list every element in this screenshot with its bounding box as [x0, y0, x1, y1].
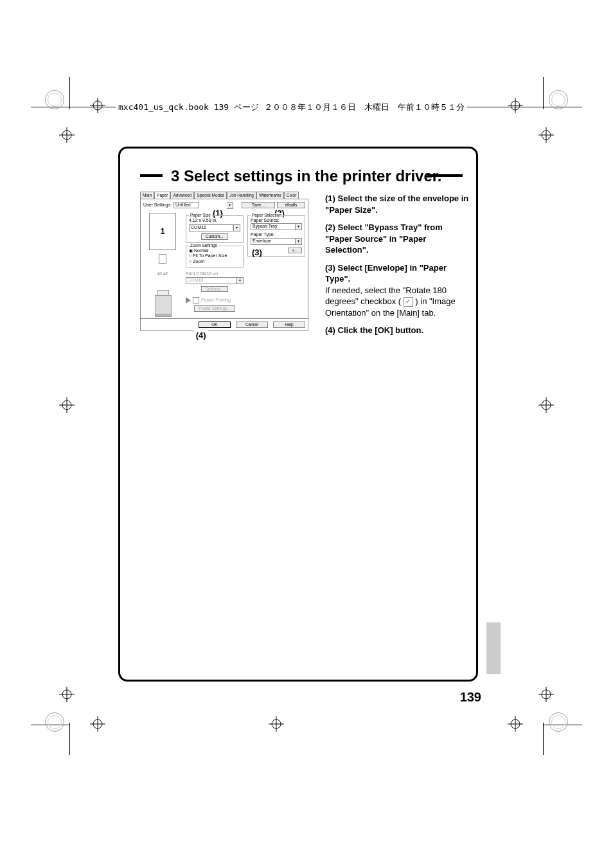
help-button[interactable]: Help [273, 321, 305, 328]
tab-paper[interactable]: Paper [154, 192, 170, 199]
checkbox-icon: ✓ [404, 297, 413, 307]
tray-status-button[interactable]: s... [288, 248, 302, 253]
zoom-settings-button: Settings... [201, 286, 229, 293]
paper-size-select[interactable]: COM10 [189, 224, 234, 231]
orientation-icons: ▱ ▱ [143, 270, 182, 277]
tab-color[interactable]: Color [284, 192, 299, 199]
zoom-radio-normal[interactable]: ◉ Normal [189, 248, 240, 253]
page-preview: 1 [149, 213, 176, 250]
paper-size-group-label: Paper Size [189, 213, 212, 218]
paper-source-label: Paper Source: [251, 218, 302, 223]
printer-icon [151, 284, 174, 316]
chevron-down-icon[interactable]: ▾ [296, 223, 302, 230]
tab-advanced[interactable]: Advanced [170, 192, 194, 199]
user-settings-label: User Settings: [143, 203, 172, 208]
printer-driver-dialog-screenshot: Main Paper Advanced Special Modes Job Ha… [140, 192, 308, 331]
chevron-down-icon: ▾ [237, 277, 244, 284]
zoom-radio-zoom[interactable]: ○ Zoom [189, 259, 240, 264]
paper-source-select[interactable]: Bypass Tray [251, 223, 296, 230]
chevron-down-icon[interactable]: ▾ [234, 224, 240, 231]
poster-checkbox[interactable] [193, 297, 199, 303]
paper-type-select[interactable]: Envelope [251, 238, 296, 245]
callout-4: (4) [194, 330, 208, 341]
chevron-down-icon[interactable]: ▾ [296, 238, 302, 245]
poster-settings-button: Poster Settings... [194, 305, 235, 312]
tab-main[interactable]: Main [140, 192, 154, 199]
page-number: 139 [460, 690, 481, 705]
step-4-text: Click the [OK] button. [338, 325, 424, 335]
paper-selection-group-label: Paper Selection [251, 213, 283, 218]
step-1-text: Select the size of the envelope in "Pape… [325, 194, 468, 215]
dialog-tabs: Main Paper Advanced Special Modes Job Ha… [140, 192, 308, 199]
step-1-number: (1) [325, 194, 335, 203]
save-button[interactable]: Save... [242, 202, 275, 208]
step-3-text: Select [Envelope] in "Paper Type". [325, 263, 447, 284]
zoom-settings-label: Zoom Settings [189, 243, 218, 248]
step-heading: 3 Select settings in the printer driver. [167, 167, 445, 185]
heading-rule-right [427, 174, 463, 177]
step-2-text: Select "Bypass Tray" from "Paper Source"… [325, 222, 443, 255]
tab-job-handling[interactable]: Job Handling [227, 192, 256, 199]
instruction-list: (1) Select the size of the envelope in "… [325, 193, 472, 343]
running-header: mxc401_us_qck.book 139 ページ ２００８年１０月１６日 木… [116, 102, 467, 113]
preview-page-number: 1 [160, 226, 164, 237]
ok-button[interactable]: OK [199, 321, 231, 328]
zoom-radio-fit[interactable]: ○ Fit To Paper Size [189, 253, 240, 258]
defaults-button[interactable]: efaults [277, 202, 305, 208]
print-on-select: COM10 [186, 277, 237, 284]
cancel-button[interactable]: Cancel [236, 321, 268, 328]
user-settings-value[interactable]: Untitled [173, 202, 199, 208]
paper-type-label: Paper Type: [251, 232, 302, 237]
print-on-label: Print COM10 on [186, 271, 244, 276]
tab-watermarks[interactable]: Watermarks [256, 192, 284, 199]
step-4-number: (4) [325, 325, 335, 335]
heading-rule-left [140, 174, 163, 177]
chevron-down-icon[interactable]: ▾ [227, 202, 233, 209]
step-3-number: (3) [325, 263, 335, 273]
poster-printing-label: Poster Printing [201, 298, 231, 303]
tab-special-modes[interactable]: Special Modes [194, 192, 227, 199]
step-2-number: (2) [325, 222, 335, 232]
poster-play-icon [186, 297, 191, 303]
thumb-index-tab [486, 622, 501, 674]
portrait-icon [159, 254, 166, 264]
paper-size-dimensions: 4.12 x 9.50 in. [189, 218, 240, 223]
callout-3: (3) [252, 248, 262, 258]
custom-button[interactable]: Custom... [201, 233, 228, 240]
